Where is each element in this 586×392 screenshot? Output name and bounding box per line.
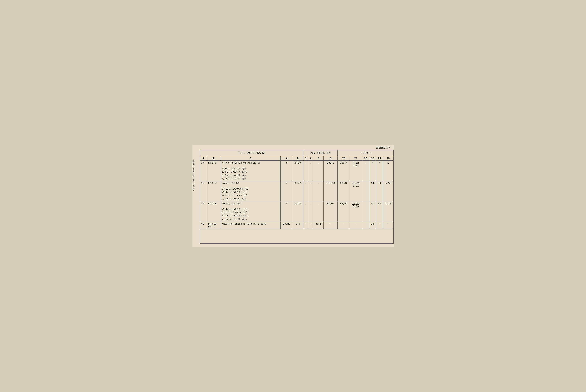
col-h-13: I3 bbox=[369, 156, 376, 161]
col-h-1: I bbox=[200, 156, 206, 161]
row-col4: т bbox=[280, 202, 293, 222]
col-h-8: 8 bbox=[313, 156, 324, 161]
row-col13: 24 bbox=[369, 181, 376, 202]
row-code: I2-2-8 bbox=[206, 202, 221, 222]
row-col8: - bbox=[313, 161, 324, 181]
row-col5: 0,03 bbox=[293, 161, 303, 181]
col-h-9: 9 bbox=[324, 156, 338, 161]
row-col15: 4/2 bbox=[383, 181, 394, 202]
row-col9: I07,58 bbox=[324, 181, 338, 202]
col-h-2: 2 bbox=[206, 156, 221, 161]
col-h-5: 5 bbox=[293, 156, 303, 161]
row-col5: 0,22 bbox=[293, 181, 303, 202]
row-description: Масляная окраска труб за 2 раза bbox=[221, 222, 280, 229]
row-col14: I9 bbox=[376, 181, 383, 202]
col-h-3: 3 bbox=[221, 156, 280, 161]
row-num: 37 bbox=[200, 161, 206, 181]
header-top-row: Т.П. 90I-I-32.83 Ал. УШ/Ш. 86 - I29 - bbox=[200, 150, 394, 156]
header-center: Ал. УШ/Ш. 86 bbox=[303, 150, 338, 156]
row-col13: 4 bbox=[369, 161, 376, 181]
row-code: I2-2-7 bbox=[206, 181, 221, 202]
row-col10: 87,0I bbox=[338, 181, 350, 202]
row-col15: I bbox=[383, 161, 394, 181]
row-col6: - bbox=[303, 161, 308, 181]
row-col14: 64 bbox=[376, 202, 383, 222]
row-col5: 0,4 bbox=[293, 222, 303, 229]
row-col4: т bbox=[280, 161, 293, 181]
row-col12 bbox=[362, 222, 369, 229]
row-col11: I5,95 8,5I bbox=[350, 181, 362, 202]
table-row: 37 I2-2-6 Монтаж трубных уз-лов Ду 50 I2… bbox=[200, 161, 394, 181]
row-col15: - bbox=[383, 222, 394, 229]
row-col15: I4/7 bbox=[383, 202, 394, 222]
header-right: - I29 - bbox=[338, 150, 394, 156]
row-col7: - bbox=[308, 222, 313, 229]
header-left: Т.П. 90I-I-32.83 bbox=[200, 150, 303, 156]
row-col11: - bbox=[350, 222, 362, 229]
row-col7: - bbox=[308, 181, 313, 202]
col-h-11: II bbox=[350, 156, 362, 161]
row-col8: - bbox=[313, 181, 324, 202]
table-row: 38 I2-2-7 То же, Ду 80 97,8ыI, I=I07,59 … bbox=[200, 181, 394, 202]
page-number: 8459/14 bbox=[376, 146, 390, 150]
row-col4: I00м2 bbox=[280, 222, 293, 229]
row-col4: т bbox=[280, 181, 293, 202]
row-col7: - bbox=[308, 202, 313, 222]
col-h-12: I2 bbox=[362, 156, 369, 161]
table-row: 39 I2-2-8 То же, Ду I50 79,IxI, I=87,0I … bbox=[200, 202, 394, 222]
row-code: I5-6I3 I64-7 bbox=[206, 222, 221, 229]
row-col5: 0,93 bbox=[293, 202, 303, 222]
row-col8: 38,6 bbox=[313, 222, 324, 229]
row-col6: - bbox=[303, 181, 308, 202]
row-col13: I5 bbox=[369, 222, 376, 229]
col-h-6: 6 bbox=[303, 156, 308, 161]
row-col7: - bbox=[308, 161, 313, 181]
row-col10: - bbox=[338, 222, 350, 229]
row-col10: 68,64 bbox=[338, 202, 350, 222]
row-col11: I4,63 7,83 bbox=[350, 202, 362, 222]
row-col9: - bbox=[324, 222, 338, 229]
col-h-15: I5 bbox=[383, 156, 394, 161]
row-code: I2-2-6 bbox=[206, 161, 221, 181]
row-col11: 4,I2 I,3I bbox=[350, 161, 362, 181]
page-wrapper: 8459/14 нм 243 тур.5ты.нм44 (4934) Т.П. … bbox=[192, 144, 394, 248]
row-col6: - bbox=[303, 222, 308, 229]
row-col14: 4 bbox=[376, 161, 383, 181]
row-num: 38 bbox=[200, 181, 206, 202]
col-h-14: I4 bbox=[376, 156, 383, 161]
row-col14: - bbox=[376, 222, 383, 229]
row-col10: I25,4 bbox=[338, 161, 350, 181]
spacer-row bbox=[200, 229, 394, 244]
row-num: 40 bbox=[200, 222, 206, 229]
col-h-7: 7 bbox=[308, 156, 313, 161]
col-header-row: I 2 3 4 5 6 7 8 9 I0 II I2 I3 I4 I5 bbox=[200, 156, 394, 161]
row-col12 bbox=[362, 181, 369, 202]
row-description: Монтаж трубных уз-лов Ду 50 I25xI, I=I37… bbox=[221, 161, 280, 181]
row-col9: 87,0I bbox=[324, 202, 338, 222]
row-col12: - bbox=[362, 161, 369, 181]
row-col12 bbox=[362, 202, 369, 222]
row-num: 39 bbox=[200, 202, 206, 222]
row-col13: 8I bbox=[369, 202, 376, 222]
row-description: То же, Ду 80 97,8ыI, I=I07,59 руб. 79,Ix… bbox=[221, 181, 280, 202]
main-table: Т.П. 90I-I-32.83 Ал. УШ/Ш. 86 - I29 - I … bbox=[200, 150, 394, 244]
row-description: То же, Ду I50 79,IxI, I=87,0I руб. 62,4x… bbox=[221, 202, 280, 222]
row-col6: - bbox=[303, 202, 308, 222]
row-col8: - bbox=[313, 202, 324, 222]
table-row: 40 I5-6I3 I64-7 Масляная окраска труб за… bbox=[200, 222, 394, 229]
side-label: нм 243 тур.5ты.нм44 (4934) bbox=[192, 159, 194, 191]
row-col9: I37,5 bbox=[324, 161, 338, 181]
col-h-4: 4 bbox=[280, 156, 293, 161]
col-h-10: I0 bbox=[338, 156, 350, 161]
